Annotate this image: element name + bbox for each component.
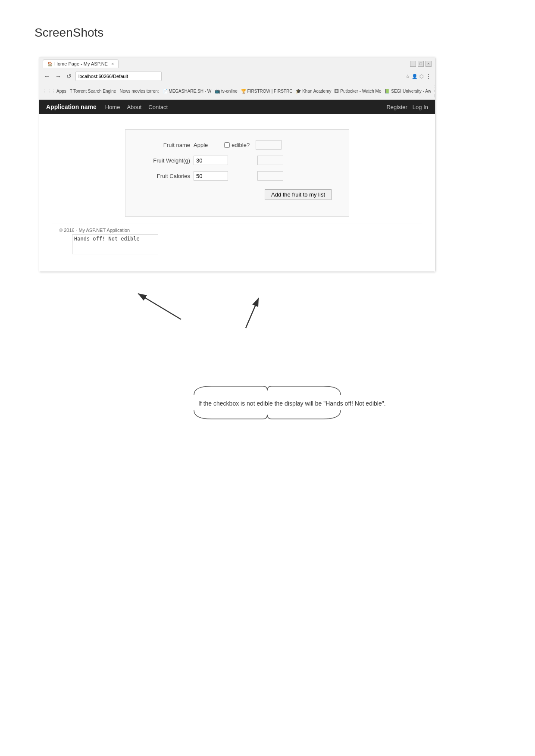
add-fruit-button[interactable]: Add the fruit to my list	[265, 189, 332, 200]
fruit-calories-label: Fruit Calories	[138, 173, 190, 179]
title-bar: 🏠 Home Page - My ASP.NE × ─ □ ×	[39, 57, 435, 70]
fruit-name-row: Fruit name Apple edible?	[138, 140, 336, 150]
nav-register[interactable]: Register	[386, 104, 407, 110]
forward-button[interactable]: →	[54, 72, 63, 80]
address-input[interactable]	[75, 72, 162, 81]
fruit-weight-row: Fruit Weight(g)	[138, 156, 336, 165]
edible-label: edible?	[232, 142, 250, 148]
bookmark-torrent[interactable]: T Torrent Search Engine	[70, 89, 116, 94]
weight-extra-input[interactable]	[257, 156, 283, 165]
edible-checkbox-label: edible?	[224, 142, 250, 148]
bookmark-tv[interactable]: 📺 tv-online	[215, 89, 238, 94]
fruit-weight-input[interactable]	[194, 156, 228, 165]
nav-login[interactable]: Log In	[413, 104, 428, 110]
browser-menu-button[interactable]: ⋮	[425, 73, 432, 80]
app-footer: © 2016 - My ASP.NET Application Hands of…	[52, 224, 422, 259]
window-controls: ─ □ ×	[410, 61, 432, 67]
annotation-section: If the checkbox is not edible the displa…	[39, 289, 501, 423]
app-navbar: Application name Home About Contact Regi…	[39, 100, 435, 114]
fruit-calories-input[interactable]	[194, 171, 228, 181]
bookmark-apps[interactable]: ⋮⋮⋮ Apps	[43, 89, 66, 94]
bookmark-khan[interactable]: 🎓 Khan Academy	[296, 89, 331, 94]
edible-input-box	[256, 140, 282, 150]
bookmarks-bar: ⋮⋮⋮ Apps T Torrent Search Engine News mo…	[39, 83, 435, 100]
tab-favicon: 🏠	[47, 62, 53, 66]
svg-line-3	[246, 298, 259, 328]
browser-chrome: 🏠 Home Page - My ASP.NE × ─ □ × ← → ↺ ☆ …	[39, 57, 435, 100]
edible-checkbox[interactable]	[224, 142, 230, 148]
bookmark-segi[interactable]: 📗 SEGI University - Aw	[385, 89, 431, 94]
tab-close-button[interactable]: ×	[111, 61, 114, 66]
bookmarks-more-button[interactable]: » | 📁 Other bookmarks	[435, 84, 435, 98]
nav-contact[interactable]: Contact	[148, 104, 168, 110]
address-bar-row: ← → ↺ ☆ 👤 ⬡ ⋮	[39, 70, 435, 83]
nav-right: Register Log In	[386, 104, 428, 110]
top-brace-svg	[190, 384, 345, 397]
browser-tab[interactable]: 🏠 Home Page - My ASP.NE ×	[43, 59, 119, 68]
bookmark-news[interactable]: News movies torren:	[119, 89, 159, 94]
app-brand: Application name	[46, 103, 97, 110]
tab-title: Home Page - My ASP.NE	[54, 61, 108, 66]
browser-toolbar-icons: ☆ 👤 ⬡ ⋮	[406, 73, 432, 80]
fruit-name-value: Apple	[194, 142, 208, 148]
minimize-button[interactable]: ─	[410, 61, 416, 67]
maximize-button[interactable]: □	[418, 61, 424, 67]
bottom-brace-svg	[190, 408, 345, 421]
close-button[interactable]: ×	[425, 61, 432, 67]
fruit-name-label: Fruit name	[138, 142, 190, 148]
svg-line-2	[138, 294, 181, 319]
reload-button[interactable]: ↺	[65, 72, 73, 80]
calories-extra-input[interactable]	[257, 171, 283, 181]
arrows-svg	[39, 289, 435, 375]
bookmark-putlocker[interactable]: 🎞 Putlocker - Watch Mo	[335, 89, 381, 94]
profile-icon[interactable]: 👤	[412, 74, 418, 79]
add-button-row: Add the fruit to my list	[138, 187, 332, 200]
bookmark-megashare[interactable]: 📄 MEGASHARE.SH - W	[163, 89, 212, 94]
annotation-text: If the checkbox is not edible the displa…	[190, 399, 448, 408]
annotation-box: If the checkbox is not edible the displa…	[190, 384, 448, 423]
nav-links: Home About Contact	[105, 104, 168, 110]
footer-text: © 2016 - My ASP.NET Application	[59, 228, 130, 233]
page-title: ScreenShots	[34, 26, 501, 40]
extensions-icon[interactable]: ⬡	[419, 74, 424, 79]
form-card: Fruit name Apple edible? Fruit Weight(g)	[125, 129, 349, 217]
nav-home[interactable]: Home	[105, 104, 120, 110]
output-textarea[interactable]: Hands off! Not edible	[72, 234, 158, 254]
fruit-calories-row: Fruit Calories	[138, 171, 336, 181]
apps-grid-icon: ⋮⋮⋮	[43, 89, 56, 94]
nav-about[interactable]: About	[127, 104, 141, 110]
back-button[interactable]: ←	[43, 72, 51, 80]
bookmark-star-icon[interactable]: ☆	[406, 74, 410, 79]
page-content: Fruit name Apple edible? Fruit Weight(g)	[39, 114, 435, 272]
fruit-weight-label: Fruit Weight(g)	[138, 157, 190, 164]
browser-window: 🏠 Home Page - My ASP.NE × ─ □ × ← → ↺ ☆ …	[39, 57, 435, 272]
bookmark-firstrow[interactable]: 🏆 FIRSTROW | FIRSTRC	[241, 89, 293, 94]
